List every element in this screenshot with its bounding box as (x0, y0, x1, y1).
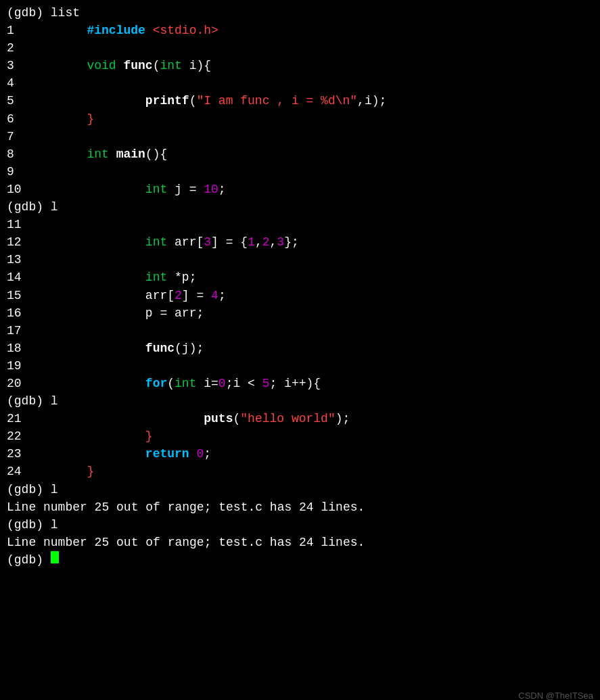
line-num-1: 1 (7, 22, 28, 39)
num-1: 1 (248, 233, 255, 251)
error-msg-1: Line number 25 out of range; test.c has … (7, 498, 593, 516)
num-3-arr: 3 (204, 233, 211, 251)
code-line-8: 8 int main (){ (7, 145, 593, 163)
code-line-17: 17 (7, 322, 593, 340)
line-num-24: 24 (7, 463, 28, 480)
code-line-11: 11 (7, 216, 593, 233)
gdb-prompt-l3: (gdb) l (7, 481, 58, 498)
func-name: func (123, 57, 152, 74)
gdb-prompt: (gdb) list (7, 4, 80, 22)
line-num-22: 22 (7, 427, 28, 445)
gdb-line-list: (gdb) list (7, 4, 593, 22)
gdb-prompt-l2: (gdb) l (7, 392, 58, 410)
code-line-2: 2 (7, 39, 593, 57)
kw-for: for (145, 375, 167, 392)
gdb-line-l3: (gdb) l (7, 481, 593, 498)
code-line-21: 21 puts ( "hello world" ); (7, 410, 593, 427)
line-num-3: 3 (7, 57, 28, 74)
line-num-14: 14 (7, 269, 28, 286)
code-line-12: 12 int arr[ 3 ] = { 1 , 2 , 3 }; (7, 233, 593, 251)
kw-return: return (145, 445, 189, 463)
line-num-23: 23 (7, 445, 28, 463)
gdb-line-l1: (gdb) l (7, 198, 593, 216)
code-line-10: 10 int j = 10 ; (7, 181, 593, 198)
gdb-prompt-l1: (gdb) l (7, 198, 58, 216)
code-indent (28, 22, 87, 39)
closing-brace-main: } (87, 463, 94, 480)
code-line-7: 7 (7, 128, 593, 145)
func-call: func (145, 340, 175, 357)
code-line-19: 19 (7, 357, 593, 375)
gdb-final-prompt: (gdb) (7, 551, 51, 569)
string-literal-1: "I am func , i = %d\n" (196, 92, 357, 110)
kw-int-param: int (160, 57, 181, 74)
code-line-6: 6 } (7, 110, 593, 128)
kw-puts: puts (204, 410, 233, 427)
kw-printf: printf (145, 92, 189, 110)
code-line-24: 24 } (7, 463, 593, 480)
terminal-cursor (51, 551, 59, 563)
kw-int-p: int (145, 269, 167, 286)
closing-brace-1: } (87, 110, 94, 128)
error-text-1: Line number 25 out of range; test.c has … (7, 498, 365, 516)
code-line-23: 23 return 0 ; (7, 445, 593, 463)
line-num-21: 21 (7, 410, 28, 427)
gdb-line-l2: (gdb) l (7, 392, 593, 410)
watermark: CSDN @TheITSea (518, 690, 593, 700)
code-line-18: 18 func (j); (7, 340, 593, 357)
kw-int-main: int (87, 145, 108, 163)
line-num-4: 4 (7, 74, 28, 92)
num-2-idx: 2 (175, 287, 182, 304)
code-line-13: 13 (7, 251, 593, 269)
line-num-20: 20 (7, 375, 28, 392)
kw-include: #include (87, 22, 145, 39)
line-num-10: 10 (7, 181, 28, 198)
main-func: main (116, 145, 145, 163)
code-line-4: 4 (7, 74, 593, 92)
code-line-5: 5 printf ( "I am func , i = %d\n" ,i); (7, 92, 593, 110)
line-num-19: 19 (7, 357, 28, 375)
closing-brace-for: } (145, 427, 153, 445)
line-num-18: 18 (7, 340, 28, 357)
kw-int-for: int (175, 375, 196, 392)
num-4: 4 (211, 287, 218, 304)
code-line-16: 16 p = arr; (7, 304, 593, 322)
kw-int-arr: int (145, 233, 167, 251)
code-line-20: 20 for ( int i= 0 ;i < 5 ; i++){ (7, 375, 593, 392)
num-3: 3 (277, 233, 284, 251)
num-5: 5 (262, 375, 270, 392)
line-num-13: 13 (7, 251, 28, 269)
line-num-16: 16 (7, 304, 28, 322)
num-ret-0: 0 (196, 445, 204, 463)
error-msg-2: Line number 25 out of range; test.c has … (7, 534, 593, 551)
gdb-prompt-line[interactable]: (gdb) (7, 551, 593, 569)
line-num-8: 8 (7, 145, 28, 163)
num-2: 2 (262, 233, 270, 251)
code-line-22: 22 } (7, 427, 593, 445)
string-hello: "hello world" (240, 410, 335, 427)
line-num-15: 15 (7, 287, 28, 304)
code-line-3: 3 void func ( int i){ (7, 57, 593, 74)
line-num-6: 6 (7, 110, 28, 128)
code-line-15: 15 arr[ 2 ] = 4 ; (7, 287, 593, 304)
kw-void: void (87, 57, 116, 74)
line-num-9: 9 (7, 163, 28, 181)
error-text-2: Line number 25 out of range; test.c has … (7, 534, 365, 551)
code-line-9: 9 (7, 163, 593, 181)
gdb-line-l4: (gdb) l (7, 516, 593, 534)
code-line-14: 14 int *p; (7, 269, 593, 286)
stdio-header: <stdio.h> (153, 22, 218, 39)
line-num-12: 12 (7, 233, 28, 251)
num-0: 0 (218, 375, 226, 392)
terminal: (gdb) list 1 #include <stdio.h> 2 3 void… (7, 4, 593, 700)
code-line-1: 1 #include <stdio.h> (7, 22, 593, 39)
line-num-17: 17 (7, 322, 28, 340)
num-10: 10 (204, 181, 218, 198)
kw-int-j: int (145, 181, 167, 198)
gdb-prompt-l4: (gdb) l (7, 516, 58, 534)
line-num-11: 11 (7, 216, 28, 233)
line-num-5: 5 (7, 92, 28, 110)
line-num-7: 7 (7, 128, 28, 145)
line-num-2: 2 (7, 39, 28, 57)
